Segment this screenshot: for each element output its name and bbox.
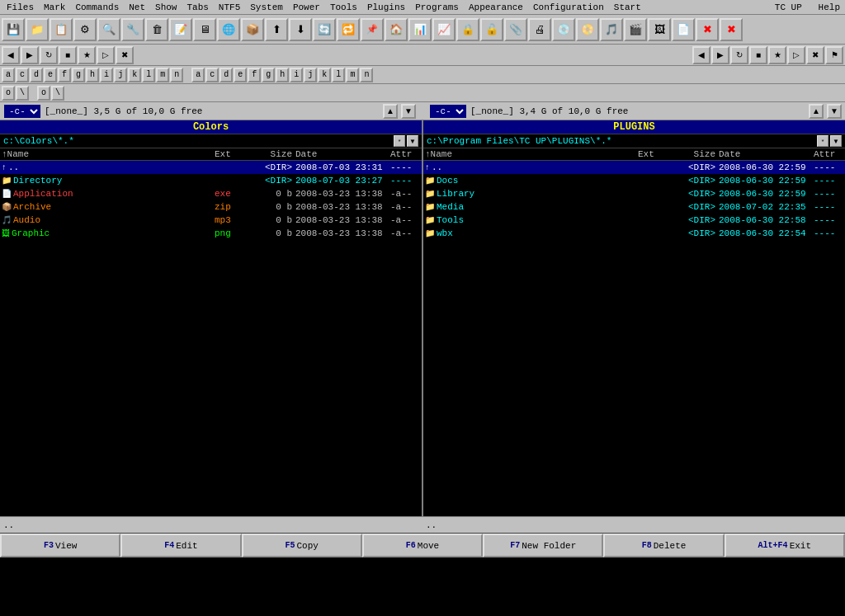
- letter-i-right[interactable]: i: [290, 68, 303, 82]
- toolbar-btn-music[interactable]: 🎵: [600, 18, 623, 41]
- toolbar-btn-dvd[interactable]: 📀: [576, 18, 599, 41]
- right-file-row-docs[interactable]: 📁Docs <DIR> 2008-06-30 22:59 ----: [423, 174, 845, 187]
- menu-tools[interactable]: Tools: [325, 0, 362, 15]
- nav-back[interactable]: ◀: [2, 46, 20, 64]
- right-file-row-dotdot[interactable]: ↑.. <DIR> 2008-06-30 22:59 ----: [423, 161, 845, 174]
- fn-copy-button[interactable]: F5 Copy: [242, 534, 362, 557]
- fn-delete-button[interactable]: F8 Delete: [603, 534, 724, 557]
- nav-play[interactable]: ▷: [97, 46, 115, 64]
- toolbar-btn-white[interactable]: ✖: [720, 18, 743, 41]
- letter-l-left[interactable]: l: [142, 68, 155, 82]
- right-path-v[interactable]: ▼: [830, 135, 842, 147]
- nav2-play[interactable]: ▷: [787, 46, 805, 64]
- letter-e-right[interactable]: e: [234, 68, 247, 82]
- menu-configuration[interactable]: Configuration: [528, 0, 609, 15]
- left-path-v[interactable]: ▼: [407, 135, 418, 147]
- right-file-row-tools[interactable]: 📁Tools <DIR> 2008-06-30 22:58 ----: [423, 214, 845, 227]
- toolbar-btn-home[interactable]: 🏠: [385, 18, 408, 41]
- toolbar-btn-doc[interactable]: 📄: [672, 18, 695, 41]
- left-file-row-graphic[interactable]: 🖼Graphic png 0 b 2008-03-23 13:38 -a--: [0, 227, 422, 240]
- letter-h-right[interactable]: h: [276, 68, 289, 82]
- letter-g-right[interactable]: g: [262, 68, 275, 82]
- letter-m-left[interactable]: m: [156, 68, 169, 82]
- fn-view-button[interactable]: F3 View: [0, 534, 120, 557]
- letter-i-left[interactable]: i: [100, 68, 113, 82]
- letter-k-left[interactable]: k: [128, 68, 141, 82]
- letter-j-right[interactable]: j: [304, 68, 317, 82]
- menu-start[interactable]: Start: [609, 0, 646, 15]
- letter-l-right[interactable]: l: [332, 68, 345, 82]
- toolbar-btn-film[interactable]: 🎬: [624, 18, 647, 41]
- toolbar-btn-black[interactable]: ✖: [696, 18, 719, 41]
- toolbar-btn-print[interactable]: 🖨: [528, 18, 551, 41]
- toolbar-btn-graph[interactable]: 📈: [432, 18, 456, 41]
- right-drive-btn2[interactable]: ▼: [827, 104, 842, 119]
- menu-show[interactable]: Show: [150, 0, 182, 15]
- nav2-refresh[interactable]: ↻: [730, 46, 748, 64]
- toolbar-btn-edit[interactable]: 📝: [169, 18, 192, 41]
- menu-files[interactable]: Files: [2, 0, 39, 15]
- letter-c-right[interactable]: c: [205, 68, 219, 82]
- fn-exit-button[interactable]: Alt+F4 Exit: [725, 534, 845, 557]
- toolbar-btn-down[interactable]: ⬇: [289, 18, 312, 41]
- toolbar-btn-new[interactable]: 💾: [2, 18, 25, 41]
- left-drive-btn1[interactable]: ▲: [383, 104, 398, 119]
- menu-commands[interactable]: Commands: [70, 0, 124, 15]
- toolbar-btn-copy[interactable]: 📋: [50, 18, 73, 41]
- letter-k-right[interactable]: k: [318, 68, 331, 82]
- menu-plugins[interactable]: Plugins: [362, 0, 410, 15]
- nav2-more[interactable]: ✖: [806, 46, 824, 64]
- toolbar-btn-monitor[interactable]: 🖥: [193, 18, 216, 41]
- menu-system[interactable]: System: [245, 0, 288, 15]
- letter-j-left[interactable]: j: [114, 68, 127, 82]
- toolbar-btn-refresh[interactable]: 🔄: [313, 18, 336, 41]
- toolbar-btn-archive[interactable]: 📦: [241, 18, 264, 41]
- menu-net[interactable]: Net: [124, 0, 150, 15]
- left-file-row-application[interactable]: 📄Application exe 0 b 2008-03-23 13:38 -a…: [0, 187, 422, 200]
- menu-tabs[interactable]: Tabs: [182, 0, 213, 15]
- letter-n-right[interactable]: n: [360, 68, 373, 82]
- nav2-star[interactable]: ★: [768, 46, 786, 64]
- nav-stop[interactable]: ■: [59, 46, 77, 64]
- letter-n-left[interactable]: n: [170, 68, 183, 82]
- nav-star[interactable]: ★: [78, 46, 96, 64]
- letter-d-left[interactable]: d: [30, 68, 43, 82]
- letter-a-right[interactable]: a: [191, 68, 205, 82]
- letter-e-left[interactable]: e: [44, 68, 57, 82]
- menu-power[interactable]: Power: [288, 0, 325, 15]
- right-drive-combo[interactable]: -c-: [429, 104, 467, 119]
- toolbar-btn-chart[interactable]: 📊: [408, 18, 432, 41]
- letter-backslash-right[interactable]: \: [51, 86, 64, 101]
- left-path-star[interactable]: *: [394, 135, 405, 147]
- right-drive-btn1[interactable]: ▲: [809, 104, 824, 119]
- right-file-row-media[interactable]: 📁Media <DIR> 2008-07-02 22:35 ----: [423, 200, 845, 214]
- toolbar-btn-image[interactable]: 🖼: [648, 18, 671, 41]
- toolbar-btn-up[interactable]: ⬆: [265, 18, 288, 41]
- nav-more[interactable]: ✖: [116, 46, 134, 64]
- nav2-forward[interactable]: ▶: [711, 46, 729, 64]
- left-file-row-archive[interactable]: 📦Archive zip 0 b 2008-03-23 13:38 -a--: [0, 200, 422, 214]
- toolbar-btn-link[interactable]: 📎: [504, 18, 527, 41]
- menu-appearance[interactable]: Appearance: [464, 0, 528, 15]
- toolbar-btn-settings[interactable]: ⚙: [73, 18, 97, 41]
- right-file-row-wbx[interactable]: 📁wbx <DIR> 2008-06-30 22:54 ----: [423, 227, 845, 240]
- letter-h-left[interactable]: h: [86, 68, 99, 82]
- right-file-row-library[interactable]: 📁Library <DIR> 2008-06-30 22:59 ----: [423, 187, 845, 200]
- letter-o-right[interactable]: o: [37, 86, 50, 101]
- nav2-back[interactable]: ◀: [692, 46, 710, 64]
- toolbar-btn-open[interactable]: 📁: [26, 18, 49, 41]
- right-path-star[interactable]: *: [817, 135, 828, 147]
- nav2-stop[interactable]: ■: [749, 46, 767, 64]
- menu-programs[interactable]: Programs: [410, 0, 464, 15]
- toolbar-btn-search[interactable]: 🔍: [97, 18, 120, 41]
- nav-refresh[interactable]: ↻: [40, 46, 58, 64]
- left-file-row-audio[interactable]: 🎵Audio mp3 0 b 2008-03-23 13:38 -a--: [0, 214, 422, 227]
- letter-d-right[interactable]: d: [220, 68, 233, 82]
- menu-mark[interactable]: Mark: [39, 0, 70, 15]
- letter-a-left[interactable]: a: [2, 68, 15, 82]
- left-drive-combo[interactable]: -c-: [3, 104, 41, 119]
- letter-f-right[interactable]: f: [248, 68, 261, 82]
- letter-c-left[interactable]: c: [16, 68, 29, 82]
- letter-backslash-left[interactable]: \: [16, 86, 29, 101]
- toolbar-btn-unlock[interactable]: 🔓: [480, 18, 503, 41]
